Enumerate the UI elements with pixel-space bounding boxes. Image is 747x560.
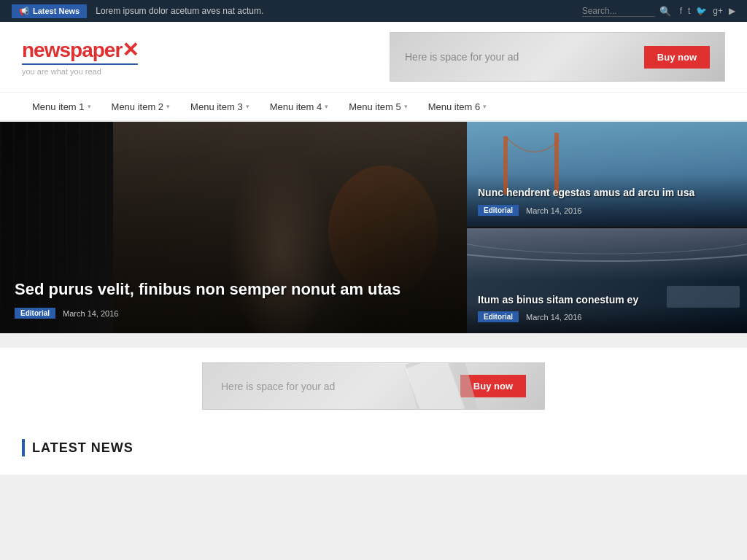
cards-section: Vivamus id lorem blandit Editorial March… [0,333,747,348]
latest-news-header: LATEST NEWS [22,439,725,456]
chevron-down-icon: ▾ [325,103,328,110]
header: newspaper✕ you are what you read Here is… [0,22,747,93]
hero-side-top-badge: Editorial [478,205,519,216]
nav-item-3[interactable]: Menu item 3 ▾ [180,93,260,120]
megaphone-icon: 📢 [19,7,29,16]
hero-side-top-article[interactable]: Nunc hendrent egestas amus ad arcu im us… [467,122,747,228]
chevron-down-icon: ▾ [483,103,487,110]
chevron-down-icon: ▾ [166,103,170,110]
chevron-down-icon: ▾ [404,103,408,110]
station-arcs [467,232,747,268]
search-area: 🔍 [582,6,671,17]
ad-banner-2-buy-now-button[interactable]: Buy now [460,375,526,397]
youtube-icon[interactable]: ▶ [729,6,735,16]
latest-news-accent-bar [22,439,25,456]
hero-side-bottom-article[interactable]: Itum as binus sitam conestum ey Editoria… [467,228,747,333]
search-input[interactable] [582,6,655,17]
bridge-cables [503,136,562,180]
hero-side-bottom-date: March 14, 2016 [526,313,581,322]
ad-banner-2: Here is space for your ad Buy now [202,362,545,410]
logo-x: ✕ [122,39,138,61]
svg-point-1 [467,232,747,254]
hero-side-bottom-content: Itum as binus sitam conestum ey Editoria… [478,294,736,322]
navigation: Menu item 1 ▾ Menu item 2 ▾ Menu item 3 … [0,93,747,122]
logo: newspaper✕ [22,38,138,62]
nav-item-2[interactable]: Menu item 2 ▾ [101,93,181,120]
nav-item-5[interactable]: Menu item 5 ▾ [338,93,418,120]
ad-banner-section-2: Here is space for your ad Buy now [0,348,747,424]
chevron-down-icon: ▾ [246,103,249,110]
latest-news-label: Latest News [33,7,80,15]
top-bar: 📢 Latest News Lorem ipsum dolor acetum a… [0,0,747,22]
search-icon[interactable]: 🔍 [659,6,671,17]
ad-decoration [404,362,465,410]
latest-news-section: LATEST NEWS [0,424,747,475]
logo-main-text: newspaper [22,39,122,61]
social-icons: f t 🐦 g+ ▶ [680,6,735,16]
hero-side-bottom-title: Itum as binus sitam conestum ey [478,294,736,306]
latest-news-badge: 📢 Latest News [12,4,87,18]
hero-section: Sed purus velit, finibus non semper nonu… [0,122,747,333]
hero-main-meta: Editorial March 14, 2016 [15,308,400,319]
chevron-down-icon: ▾ [88,103,91,110]
hero-main-title: Sed purus velit, finibus non semper nonu… [15,279,400,300]
logo-tagline: you are what you read [22,63,138,76]
svg-point-0 [467,232,747,261]
nav-item-6[interactable]: Menu item 6 ▾ [418,93,498,120]
googleplus-icon[interactable]: g+ [713,6,723,16]
facebook-icon[interactable]: f [680,6,682,16]
nav-item-4[interactable]: Menu item 4 ▾ [260,93,339,120]
hero-side-top-title: Nunc hendrent egestas amus ad arcu im us… [478,186,736,199]
header-ad-text: Here is space for your ad [405,51,630,63]
hero-main-date: March 14, 2016 [63,309,118,318]
tumblr-icon[interactable]: t [688,6,690,16]
hero-side-bottom-meta: Editorial March 14, 2016 [478,311,736,322]
latest-news-title: LATEST NEWS [32,440,133,456]
ticker-text: Lorem ipsum dolor acetum aves nat actum. [96,6,573,16]
hero-side-bottom-badge: Editorial [478,311,519,322]
hero-main-article[interactable]: Sed purus velit, finibus non semper nonu… [0,122,467,333]
header-buy-now-button[interactable]: Buy now [644,46,710,69]
nav-item-1[interactable]: Menu item 1 ▾ [22,93,101,120]
hero-main-badge: Editorial [15,308,55,319]
header-ad-banner: Here is space for your ad Buy now [390,32,725,82]
hero-main-content: Sed purus velit, finibus non semper nonu… [15,279,400,319]
twitter-icon[interactable]: 🐦 [696,6,707,16]
hero-side-top-content: Nunc hendrent egestas amus ad arcu im us… [478,186,736,216]
logo-area: newspaper✕ you are what you read [22,38,138,76]
hero-side-top-meta: Editorial March 14, 2016 [478,205,736,216]
hero-side-top-date: March 14, 2016 [526,206,581,215]
hero-side: Nunc hendrent egestas amus ad arcu im us… [467,122,747,333]
